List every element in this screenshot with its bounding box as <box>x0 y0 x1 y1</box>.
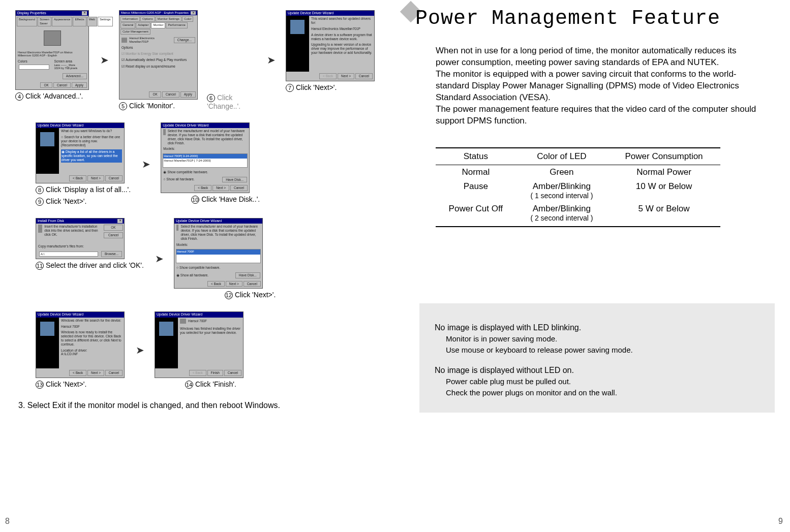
tab-monitor-settings[interactable]: Monitor Settings <box>156 16 181 22</box>
apply-button[interactable]: Apply <box>180 91 196 98</box>
cancel-button[interactable]: Cancel <box>230 185 248 191</box>
td-led-0: Green <box>516 165 607 179</box>
cancel-button[interactable]: Cancel <box>105 370 123 376</box>
cancel-button[interactable]: Cancel <box>53 82 71 88</box>
have-disk-button[interactable]: Have Disk... <box>222 177 247 183</box>
colors-select[interactable] <box>19 65 49 70</box>
tab-background[interactable]: Background <box>17 17 37 26</box>
dlg7-title: Update Device Driver Wizard <box>288 11 333 15</box>
tab-color[interactable]: Color <box>182 16 193 22</box>
opt-search[interactable]: Search for a better driver than the one … <box>61 135 122 147</box>
tb-s2b: Check the power plugs on monitor and on … <box>435 387 759 398</box>
back-button[interactable]: < Back <box>207 281 225 287</box>
wiz-line3: A device driver is a software program th… <box>311 33 372 41</box>
back-button[interactable]: < Back <box>69 175 86 181</box>
ifd-instr: Insert the manufacturer's installation d… <box>44 225 100 238</box>
cancel-button[interactable]: Cancel <box>162 91 179 98</box>
change-button[interactable]: Change... <box>174 37 195 43</box>
tb-s2a: Power cable plug must be pulled out. <box>435 376 759 387</box>
page-left: Display Properties✕ Background Screen Sa… <box>0 0 395 532</box>
show-compatible[interactable]: Show compatible hardware. <box>161 169 249 175</box>
tab-color-mgmt[interactable]: Color Management <box>120 29 150 35</box>
tab-settings[interactable]: Settings <box>98 17 113 26</box>
cancel-button[interactable]: Cancel <box>104 232 123 238</box>
pm-para2: The monitor is equipped with a power sav… <box>436 69 739 102</box>
cancel-button[interactable]: Cancel <box>105 175 123 181</box>
show-all[interactable]: Show all hardware. <box>163 177 194 181</box>
opt-pnp[interactable]: Automatically detect Plug & Play monitor… <box>119 57 197 63</box>
opt-reset[interactable]: Reset display on suspend/resume <box>119 64 197 70</box>
options-label: Options <box>119 45 197 51</box>
finish-button[interactable]: Finish <box>207 370 223 376</box>
close-icon[interactable]: ✕ <box>82 11 87 15</box>
tb-h2: No image is displayed without LED on. <box>435 364 759 376</box>
tab-general[interactable]: General <box>120 22 135 28</box>
computer-icon <box>40 322 54 336</box>
tab-screensaver[interactable]: Screen Saver <box>38 17 51 26</box>
monitor-icon <box>163 129 166 135</box>
pm-body: When not in use for a long period of tim… <box>415 45 765 127</box>
back-button[interactable]: < Back <box>189 370 206 376</box>
browse-button[interactable]: Browse... <box>101 251 122 257</box>
model-item[interactable]: Hansol Mazellan701P [ 7-24-2000] <box>163 159 247 163</box>
wiz-instr: Select the manufacturer and model of you… <box>168 129 248 145</box>
ok-button[interactable]: OK <box>149 91 161 98</box>
model-selected[interactable]: Hansol 700F <box>176 249 260 254</box>
step7-caption: Click 'Next>'. <box>296 83 337 91</box>
back-button[interactable]: < Back <box>319 73 337 79</box>
cancel-button[interactable]: Cancel <box>224 370 241 376</box>
wiz-line4: Upgrading to a newer version of a device… <box>311 43 372 54</box>
monitor-icon <box>180 319 186 324</box>
back-button[interactable]: < Back <box>69 370 86 376</box>
row1: Display Properties✕ Background Screen Sa… <box>15 10 375 110</box>
wiz-device: Hansol 700F <box>188 319 207 323</box>
th-led: Color of LED <box>516 148 607 165</box>
wizard-side-graphic <box>36 128 59 174</box>
pm-para3: The power management feature requires th… <box>436 104 756 126</box>
ok-button[interactable]: OK <box>40 82 52 88</box>
close-icon[interactable]: ✕ <box>191 11 196 15</box>
wizard-side-graphic <box>155 318 178 368</box>
th-power: Power Consumption <box>607 148 720 165</box>
tab-monitor[interactable]: Monitor <box>151 22 165 28</box>
have-disk-button[interactable]: Have Disk... <box>235 272 260 278</box>
back-button[interactable]: < Back <box>194 185 211 191</box>
ok-button[interactable]: OK <box>104 225 123 231</box>
wizard-side-graphic <box>36 318 59 368</box>
tb-s1a: Monitor is in power saving mode. <box>435 333 759 345</box>
tab-adapter[interactable]: Adapter <box>136 22 150 28</box>
show-compatible[interactable]: Show compatible hardware. <box>174 265 262 271</box>
row2: Update Device Driver Wizard What do you … <box>36 122 375 206</box>
tab-info[interactable]: Information <box>120 16 140 22</box>
computer-icon <box>40 132 54 146</box>
tab-effects[interactable]: Effects <box>73 17 86 26</box>
tab-options[interactable]: Options <box>140 16 155 22</box>
next-button[interactable]: Next > <box>87 370 104 376</box>
opt-list[interactable]: Display a list of all the drivers in a s… <box>61 149 122 163</box>
apply-button[interactable]: Apply <box>72 82 87 88</box>
cancel-button[interactable]: Cancel <box>355 73 373 79</box>
display-line: Hansol Electronics Mazellan701P on Matro… <box>16 50 88 58</box>
th-status: Status <box>436 148 516 165</box>
tab-performance[interactable]: Performance <box>166 22 187 28</box>
model-selected[interactable]: Hansol 700P[ 3-24-2000] <box>163 154 247 159</box>
tab-web[interactable]: Web <box>87 17 97 26</box>
next-button[interactable]: Next > <box>338 73 354 79</box>
wizard-models-dialog: Update Device Driver Wizard Select the m… <box>161 122 250 193</box>
close-icon[interactable]: ✕ <box>117 219 123 223</box>
arrow-icon: ➤ <box>142 158 149 170</box>
advanced-button[interactable]: Advanced... <box>63 73 87 79</box>
show-all[interactable]: Show all hardware. <box>176 273 208 277</box>
tab-appearance[interactable]: Appearance <box>52 17 72 26</box>
next-button[interactable]: Next > <box>212 185 229 191</box>
next-button[interactable]: Next > <box>226 281 242 287</box>
next-button[interactable]: Next > <box>87 175 104 181</box>
wizard-ready-dialog: Update Device Driver Wizard Windows driv… <box>36 311 125 378</box>
wiz-instr: Select the manufacturer and model of you… <box>180 225 260 240</box>
less-label: Less <box>54 64 60 67</box>
cancel-button[interactable]: Cancel <box>244 281 261 287</box>
path-field[interactable]: A:\ <box>39 252 98 257</box>
display-properties-dialog: Display Properties✕ Background Screen Sa… <box>15 10 89 90</box>
dlg11-title: Install From Disk <box>38 219 64 223</box>
opt-energystar[interactable]: Monitor is Energy Star compliant <box>119 51 197 57</box>
